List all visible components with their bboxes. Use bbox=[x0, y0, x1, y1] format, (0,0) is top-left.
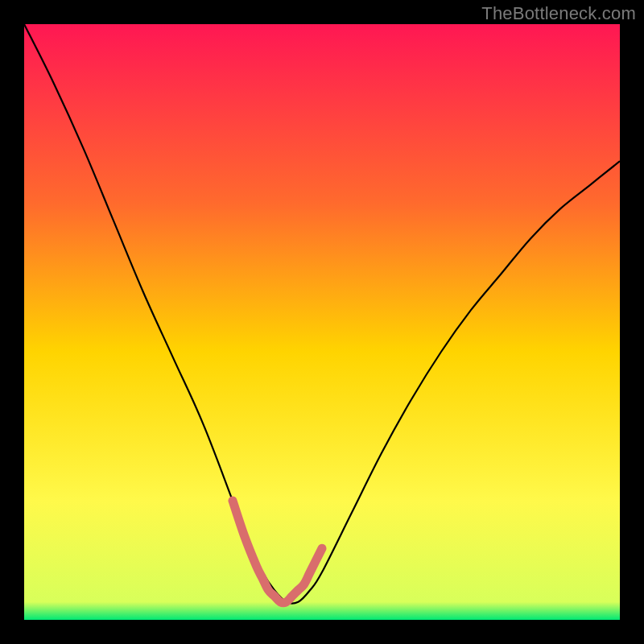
watermark-text: TheBottleneck.com bbox=[481, 3, 636, 24]
chart-frame: TheBottleneck.com bbox=[0, 0, 644, 644]
gradient-background bbox=[24, 24, 620, 620]
chart-svg bbox=[24, 24, 620, 620]
chart-plot bbox=[24, 24, 620, 620]
